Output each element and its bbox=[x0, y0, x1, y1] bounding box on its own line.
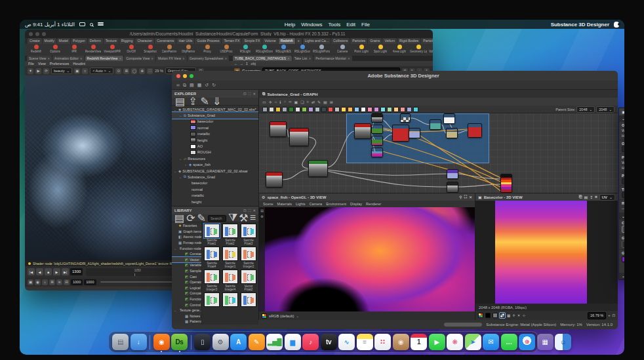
shelf-tool-button[interactable]: Options bbox=[47, 45, 64, 53]
black-background-chip[interactable] bbox=[485, 313, 491, 318]
dock-item-calendar[interactable]: 1 bbox=[411, 334, 427, 350]
input-values-section[interactable]: ⌄ INPUT VALUES ⚙ bbox=[619, 273, 624, 279]
shelf-tool-button[interactable]: Snapshot bbox=[142, 45, 159, 53]
dock-item-pages[interactable]: ✎ bbox=[249, 334, 265, 350]
shelf-tool-button[interactable]: ObjParms bbox=[180, 45, 197, 53]
tree-row[interactable]: height bbox=[172, 137, 258, 143]
uv-mode-dropdown[interactable]: UV⌄ bbox=[599, 194, 615, 201]
minimize-window-button[interactable] bbox=[183, 74, 187, 78]
shelf-tool-button[interactable]: RSLightSun bbox=[294, 45, 311, 53]
close-tab-icon[interactable]: ✕ bbox=[309, 57, 312, 60]
library-node-item[interactable] bbox=[222, 292, 239, 314]
expander-icon[interactable]: ⌄ bbox=[178, 157, 182, 161]
checker-background-chip[interactable] bbox=[500, 313, 505, 318]
menu-item[interactable]: Renderer bbox=[366, 202, 381, 206]
shelf-tool-button[interactable]: Proxy bbox=[199, 45, 216, 53]
pane-tab[interactable]: Motion FX View✕ bbox=[156, 56, 187, 61]
tree-row[interactable]: normal bbox=[172, 125, 258, 130]
node-type-button[interactable] bbox=[328, 107, 333, 112]
library-node-item[interactable]: Swizzle Float1 bbox=[203, 224, 220, 245]
node-type-button[interactable] bbox=[315, 107, 320, 112]
gray-background-chip[interactable] bbox=[493, 313, 498, 318]
library-node-item[interactable]: Swizzle Integer2 bbox=[240, 247, 257, 268]
export-icon[interactable]: ⇪ bbox=[590, 195, 593, 199]
menu-item[interactable]: File bbox=[361, 22, 370, 28]
menu-item[interactable]: Scene bbox=[263, 202, 273, 206]
specific-parameters-section[interactable]: ⌄ SPECIFIC PARAMETERS ≔ bbox=[619, 213, 624, 220]
close-tab-icon[interactable]: ✕ bbox=[224, 57, 227, 60]
move-icon[interactable]: ✛ bbox=[269, 100, 272, 104]
shelf-tool-button[interactable]: RSLightPortal bbox=[313, 45, 330, 53]
pane-tab[interactable]: Redshift RenderView✕ bbox=[85, 56, 124, 61]
menu-item[interactable]: Preferences bbox=[50, 62, 70, 66]
tree-row[interactable]: ⌄ ◈ SUBSTANCE_GRADIENT_02_02.sbsar bbox=[172, 168, 258, 174]
dock-item-music[interactable]: ♪ bbox=[302, 334, 319, 350]
rgb-chip[interactable] bbox=[478, 313, 483, 318]
base-parameters-section[interactable]: ⌄ BASE PARAMETERS * bbox=[619, 115, 624, 122]
playbar-option-icon[interactable]: ⊞ bbox=[49, 279, 55, 285]
crop-icon[interactable]: ⌗ bbox=[82, 68, 88, 74]
gradient-bar[interactable] bbox=[622, 256, 624, 262]
display-icon[interactable] bbox=[79, 22, 85, 26]
transport-button[interactable]: ▶| bbox=[62, 268, 69, 275]
close-icon[interactable]: ✕ bbox=[469, 195, 472, 199]
dock-item-houdini[interactable]: ◉ bbox=[153, 334, 170, 350]
graph-node[interactable] bbox=[371, 113, 383, 123]
transport-button[interactable]: ▶ bbox=[53, 268, 60, 275]
maximize-icon[interactable]: ⛶ bbox=[249, 92, 251, 96]
dock-item-substance-designer[interactable]: Ds bbox=[171, 334, 188, 350]
menu-item[interactable]: Tools bbox=[329, 22, 341, 28]
menu-item[interactable]: Environment bbox=[326, 202, 346, 206]
render-pass-dropdown[interactable]: beauty⌄ bbox=[51, 68, 72, 74]
redo-icon[interactable]: ↻ bbox=[212, 83, 216, 88]
pixel-ratio-dropdown[interactable]: Square⌄ bbox=[622, 178, 624, 184]
tree-row[interactable]: ⌄ ⧉ Substance_Grad bbox=[172, 112, 258, 118]
transport-button[interactable]: |◀ bbox=[28, 268, 35, 275]
graph-node[interactable] bbox=[266, 172, 283, 188]
library-node-item[interactable]: Swizzle Float4 bbox=[203, 247, 220, 268]
library-category[interactable]: ◩ Cast bbox=[172, 273, 201, 279]
nav-icon[interactable]: ↥ bbox=[245, 62, 249, 66]
menu-item[interactable]: Lights bbox=[296, 202, 306, 206]
swap-icon[interactable]: ⇄ bbox=[312, 100, 315, 104]
search-icon[interactable]: ○ bbox=[284, 100, 287, 104]
library-node-item[interactable] bbox=[240, 292, 257, 314]
node-type-button[interactable] bbox=[262, 107, 268, 112]
shelf-tool-button[interactable]: On/Off bbox=[123, 45, 140, 53]
settings-icon[interactable]: ⚙ bbox=[260, 214, 263, 218]
tree-row[interactable]: › ◈ space_fish bbox=[172, 162, 258, 168]
shelf-tab[interactable]: Texture bbox=[104, 38, 119, 44]
graph-node[interactable] bbox=[392, 125, 409, 142]
tiling-mode-dropdown[interactable]: H and V Tiling⌄ bbox=[622, 192, 624, 198]
camera-icon[interactable]: ▣ bbox=[74, 68, 80, 74]
camera-dropdown[interactable]: < Auto >⌄ bbox=[90, 68, 113, 74]
colorspace-dropdown[interactable]: sRGB (default) bbox=[269, 314, 294, 318]
graph-node[interactable] bbox=[443, 113, 455, 124]
graph-node[interactable] bbox=[400, 113, 411, 123]
menu-item[interactable]: File bbox=[28, 62, 34, 66]
grid-icon[interactable]: ⌗ bbox=[307, 100, 309, 104]
shelf-tab[interactable]: Vellum bbox=[382, 38, 397, 44]
zoom-in-icon[interactable]: + bbox=[608, 313, 610, 317]
graph-node[interactable] bbox=[308, 160, 328, 177]
library-category[interactable]: ◩ Control bbox=[172, 302, 201, 308]
active-app-name[interactable]: Substance 3D Designer bbox=[551, 22, 609, 28]
library-category[interactable]: ◩ Vector bbox=[172, 257, 201, 263]
frame-icon[interactable]: ▭ bbox=[262, 100, 266, 104]
node-type-button[interactable] bbox=[321, 107, 327, 112]
tiling-icon[interactable]: ▦ bbox=[507, 313, 510, 317]
library-node-item[interactable] bbox=[203, 292, 220, 314]
library-node-item[interactable]: Vector Float2 bbox=[240, 270, 257, 291]
library-category[interactable]: ◩ Function bbox=[172, 296, 201, 302]
random-seed-slider[interactable] bbox=[622, 209, 624, 209]
shelf-tab[interactable]: Particles bbox=[350, 38, 367, 44]
library-category[interactable]: ◩ Samplers bbox=[172, 268, 201, 274]
shelf-tab[interactable]: Volume bbox=[262, 38, 277, 44]
dock-item-facetime[interactable]: ▶ bbox=[429, 334, 445, 350]
zoom-icon[interactable]: ⊕ bbox=[139, 68, 145, 74]
shelf-tab[interactable]: Lights and Ca... bbox=[303, 38, 331, 44]
shelf-tool-button[interactable]: Area Light bbox=[391, 45, 408, 53]
graph-canvas[interactable] bbox=[259, 113, 618, 193]
node-type-button[interactable] bbox=[380, 107, 386, 112]
node-icon[interactable]: ▣ bbox=[294, 100, 298, 104]
